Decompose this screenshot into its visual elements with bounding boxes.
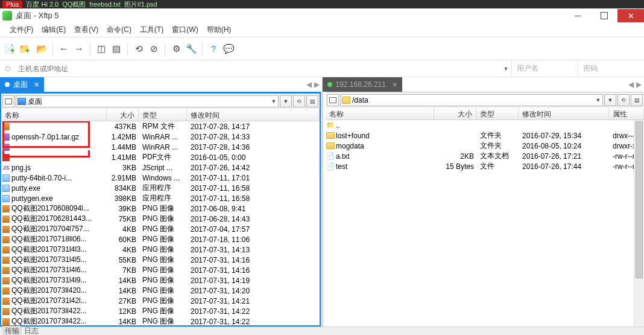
col-mod[interactable]: 修改时间 <box>519 108 609 120</box>
back-icon[interactable]: ← <box>57 42 71 56</box>
file-icon <box>2 277 10 284</box>
file-row[interactable]: lost+found 文件夹 2016-07-29, 15:34drwx----… <box>326 130 644 141</box>
file-row[interactable]: openssh-7.0p1.tar.gz 1.42MB WinRAR ... 2… <box>1 132 320 142</box>
file-row[interactable]: .. <box>326 120 644 130</box>
col-name[interactable]: 名称 <box>1 109 107 121</box>
options-button[interactable]: ▤ <box>631 94 643 106</box>
pane-icon[interactable]: ◫ <box>95 42 108 56</box>
file-row[interactable]: QQ截图20170731l4l3... 4KB PNG 图像 2017-07-3… <box>1 244 320 255</box>
file-row[interactable]: QQ截图20170731l4l9... 14KB PNG 图像 2017-07-… <box>1 275 320 286</box>
local-file-list[interactable]: 437KB RPM 文件 2017-07-28, 14:17 openssh-7… <box>1 121 320 325</box>
remote-header[interactable]: 名称 大小 类型 修改时间 属性 <box>326 108 644 120</box>
file-row[interactable]: QQ截图20170608094l... 39KB PNG 图像 2017-06-… <box>1 203 320 214</box>
file-row[interactable]: QQ截图20170628144З... 75KB PNG 图像 2017-06-… <box>1 214 320 224</box>
file-name: openssh-7.0p1.tar.gz <box>11 133 107 141</box>
file-row[interactable]: putty-64bit-0.70-i... 2.91MB Windows ...… <box>1 173 320 183</box>
col-size[interactable]: 大小 <box>434 108 476 120</box>
tool2-icon[interactable]: 🔧 <box>185 42 198 56</box>
status-tab-transfer[interactable]: 传输 <box>2 326 22 335</box>
file-icon <box>326 132 335 139</box>
help-icon[interactable]: ? <box>207 42 220 56</box>
grid-icon[interactable]: ▤ <box>110 42 123 56</box>
username-input[interactable]: 用户名 <box>511 60 578 77</box>
tab-prev-icon[interactable]: ◀ <box>628 80 634 89</box>
menu-item[interactable]: 编辑(E) <box>38 24 69 36</box>
file-row[interactable]: 437KB RPM 文件 2017-07-28, 14:17 <box>1 121 320 132</box>
tab-next-icon[interactable]: ▶ <box>314 80 320 89</box>
path-dropdown-icon[interactable]: ▼ <box>594 97 602 103</box>
local-path-input[interactable]: 桌面 ▼ <box>16 95 279 107</box>
menu-item[interactable]: 查看(V) <box>71 24 102 36</box>
app-icon <box>2 11 12 21</box>
tab-prev-icon[interactable]: ◀ <box>306 80 312 89</box>
file-size: 12KB <box>107 307 139 316</box>
refresh-button[interactable]: ⟲ <box>293 95 305 107</box>
close-button[interactable] <box>617 9 644 22</box>
host-dropdown-icon[interactable]: ▼ <box>500 66 511 72</box>
new-file-icon[interactable]: 📄+ <box>5 42 18 56</box>
menu-item[interactable]: 帮助(H) <box>203 24 235 36</box>
menu-bar: 文件(F)编辑(E)查看(V)命令(C)工具(T)窗口(W)帮助(H) <box>0 23 644 37</box>
remote-path-input[interactable]: /data ▼ <box>340 94 603 106</box>
col-name[interactable]: 名称 <box>326 108 434 120</box>
up-dir-button[interactable] <box>2 95 14 107</box>
file-size: 60KB <box>107 235 139 244</box>
forward-icon[interactable]: → <box>72 42 86 56</box>
file-row[interactable]: QQ截图2017073ll420... 14KB PNG 图像 2017-07-… <box>1 286 320 296</box>
password-input[interactable]: 密码 <box>578 60 644 77</box>
minimize-button[interactable] <box>564 9 591 22</box>
path-dropdown-icon[interactable]: ▼ <box>270 98 278 104</box>
scrollbar[interactable] <box>634 120 644 327</box>
col-attr[interactable]: 属性 <box>609 108 644 120</box>
status-tab-log[interactable]: 日志 <box>24 326 39 335</box>
menu-item[interactable]: 命令(C) <box>103 24 135 36</box>
stop-icon[interactable]: ⊘ <box>147 42 160 56</box>
nav-back-icon[interactable]: ▼ <box>280 95 292 107</box>
col-type[interactable]: 类型 <box>139 109 187 121</box>
file-row[interactable]: test 15 Bytes 文件 2016-07-26, 17:44-rw-r-… <box>326 161 644 171</box>
tool1-icon[interactable]: ⚙ <box>169 42 183 56</box>
file-row[interactable]: QQ截图2017073ll422... 12KB PNG 图像 2017-07-… <box>1 306 320 316</box>
file-icon <box>2 308 10 315</box>
refresh-icon[interactable]: ⟲ <box>132 42 145 56</box>
menu-item[interactable]: 工具(T) <box>136 24 167 36</box>
file-row[interactable]: a.txt 2KB 文本文档 2016-07-26, 17:21-rw-r--r… <box>326 151 644 161</box>
file-row[interactable]: png.js 3KB JScript ... 2017-07-26, 14:42 <box>1 162 320 173</box>
splitter[interactable] <box>321 92 323 327</box>
file-row[interactable]: mogdata 文件夹 2016-08-05, 10:24drwxr-xr-x <box>326 141 644 151</box>
tab-label: 桌面 <box>13 80 28 90</box>
host-input[interactable] <box>16 60 500 77</box>
file-row[interactable]: QQ截图2017073ll422... 14KB PNG 图像 2017-07-… <box>1 316 320 325</box>
col-size[interactable]: 大小 <box>107 109 139 121</box>
file-row[interactable]: QQ截图20170731l4l6... 7KB PNG 图像 2017-07-3… <box>1 265 320 275</box>
up-dir-button[interactable] <box>327 94 339 106</box>
tab-label: 192.168.26.211 <box>336 80 386 89</box>
file-row[interactable]: QQ截图20170704l757... 4KB PNG 图像 2017-07-0… <box>1 224 320 234</box>
maximize-button[interactable] <box>591 9 617 22</box>
file-size: 1.41MB <box>107 153 139 162</box>
tab-close-icon[interactable]: ✕ <box>392 81 397 89</box>
file-row[interactable]: QQ截图20170718ll06... 60KB PNG 图像 2017-07-… <box>1 234 320 244</box>
tab-close-icon[interactable]: ✕ <box>34 81 39 89</box>
open-icon[interactable]: 📂 <box>35 42 48 56</box>
nav-back-icon[interactable]: ▼ <box>604 94 616 106</box>
file-row[interactable]: QQ截图20170731l4l5... 55KB PNG 图像 2017-07-… <box>1 255 320 265</box>
file-row[interactable]: QQ截图20170731l42l... 27KB PNG 图像 2017-07-… <box>1 296 320 306</box>
tab-local[interactable]: 桌面 ✕ <box>0 77 44 92</box>
file-row[interactable]: 1.41MB PDF文件 2016-01-05, 0:00 <box>1 152 320 162</box>
menu-item[interactable]: 窗口(W) <box>168 24 201 36</box>
remote-file-list[interactable]: .. lost+found 文件夹 2016-07-29, 15:34drwx-… <box>326 120 644 327</box>
file-row[interactable]: putty.exe 834KB 应用程序 2017-07-11, 16:58 <box>1 183 320 193</box>
chat-icon[interactable]: 💬 <box>222 42 235 56</box>
new-folder-icon[interactable]: 📁+ <box>20 42 33 56</box>
file-row[interactable]: 1.44MB WinRAR ... 2017-07-28, 14:36 <box>1 142 320 152</box>
refresh-button[interactable]: ⟲ <box>617 94 630 106</box>
local-header[interactable]: 名称 大小 类型 修改时间 <box>1 109 320 121</box>
tab-remote[interactable]: 192.168.26.211 ✕ <box>323 77 402 92</box>
col-mod[interactable]: 修改时间 <box>187 109 320 121</box>
menu-item[interactable]: 文件(F) <box>6 24 37 36</box>
tab-next-icon[interactable]: ▶ <box>636 80 642 89</box>
col-type[interactable]: 类型 <box>476 108 519 120</box>
file-row[interactable]: puttygen.exe 398KB 应用程序 2017-07-11, 16:5… <box>1 193 320 203</box>
options-button[interactable]: ▤ <box>306 95 318 107</box>
